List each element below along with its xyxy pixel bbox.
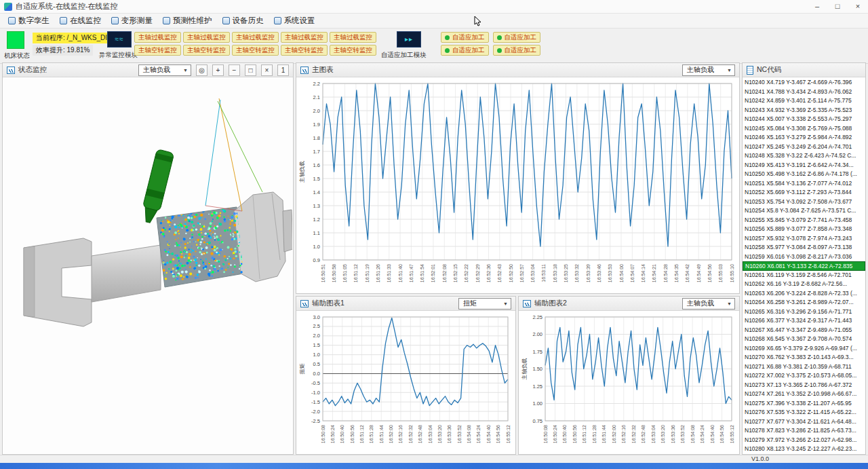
nc-code-line[interactable]: N10262 X6.16 Y-3.19 Z-8.682 A-72.56...	[743, 280, 865, 289]
idle-monitor-button[interactable]: 主轴空转监控	[134, 45, 181, 56]
menu-item-digital-twin[interactable]: 数字孪生	[5, 14, 57, 28]
reset-view-button[interactable]: ×	[261, 64, 273, 76]
nc-code-line[interactable]: N10265 X6.316 Y-3.296 Z-9.156 A-71.771	[743, 307, 865, 317]
overload-monitor-button[interactable]: 主轴过载监控	[183, 32, 230, 43]
nc-code-line[interactable]: N10259 X6.016 Y-3.098 Z-8.217 A-73.036	[743, 252, 865, 262]
nc-code-line[interactable]: N10247 X5.245 Y-3.249 Z-6.204 A-74.701	[743, 143, 865, 152]
adaptive-machining-button[interactable]: 自适应加工	[441, 45, 489, 56]
nc-code-line[interactable]: N10240 X4.719 Y-3.467 Z-4.669 A-76.396	[743, 78, 865, 88]
nc-code-line[interactable]: N10245 X5.084 Y-3.308 Z-5.769 A-75.088	[743, 124, 865, 134]
overload-monitor-button[interactable]: 主轴过载监控	[281, 32, 328, 43]
nc-code-line[interactable]: N10257 X5.932 Y-3.078 Z-7.974 A-73.243	[743, 234, 865, 244]
nc-code-line[interactable]: N10267 X6.447 Y-3.347 Z-9.489 A-71.055	[743, 326, 865, 335]
menu-label: 数字孪生	[18, 16, 50, 26]
aux-chart-2-metric-select[interactable]: 主轴负载 ▼	[682, 298, 735, 309]
svg-text:主轴负载: 主轴负载	[299, 161, 305, 183]
menu-label: 在线监控	[70, 16, 101, 26]
nc-code-line[interactable]: N10277 X7.677 Y-3.304 Z-11.621 A-64.48..…	[743, 417, 865, 427]
svg-text:1.9: 1.9	[313, 121, 320, 128]
nc-code-line[interactable]: N10273 X7.13 Y-3.365 Z-10.786 A-67.372	[743, 381, 865, 390]
svg-text:主轴负载: 主轴负载	[521, 358, 528, 381]
menu-item-deformation-measure[interactable]: 变形测量	[108, 14, 160, 28]
nc-code-line[interactable]: N10253 X5.754 Y-3.092 Z-7.508 A-73.677	[743, 198, 865, 207]
nc-code-line[interactable]: N10243 X4.932 Y-3.369 Z-5.335 A-75.523	[743, 106, 865, 115]
idle-monitor-button[interactable]: 主轴空转监控	[330, 45, 376, 56]
adaptive-machining-button[interactable]: 自适应加工	[493, 32, 541, 43]
fit-view-button[interactable]: □	[245, 64, 256, 76]
menu-item-device-history[interactable]: 设备历史	[220, 14, 271, 28]
nc-code-line[interactable]: N10244 X5.007 Y-3.338 Z-5.553 A-75.297	[743, 115, 865, 124]
main-chart-metric-select[interactable]: 主轴负载 ▼	[682, 64, 735, 76]
svg-text:16:52:57: 16:52:57	[519, 264, 524, 282]
main-chart-panel: 主图表 主轴负载 ▼ 16:50:5116:50:5816:51:0516:51…	[296, 62, 740, 294]
nc-code-line[interactable]: N10254 X5.8 Y-3.084 Z-7.625 A-73.571 C..…	[743, 206, 865, 216]
nc-code-line[interactable]: N10241 X4.788 Y-3.434 Z-4.893 A-76.062	[743, 88, 865, 97]
maximize-button[interactable]: □	[827, 0, 848, 13]
idle-monitor-button[interactable]: 主轴空转监控	[183, 45, 230, 56]
svg-text:2.0: 2.0	[313, 108, 320, 114]
nc-code-line[interactable]: N10242 X4.859 Y-3.401 Z-5.114 A-75.775	[743, 96, 865, 106]
overload-monitor-button[interactable]: 主轴过载监控	[232, 32, 279, 43]
nc-code-list[interactable]: N10240 X4.719 Y-3.467 Z-4.669 A-76.396N1…	[743, 78, 865, 454]
svg-text:16:52:36: 16:52:36	[486, 264, 491, 282]
adaptive-button-label: 自适应加工	[505, 46, 537, 55]
nc-code-line[interactable]: N10270 X6.762 Y-3.383 Z-10.143 A-69.3...	[743, 353, 865, 362]
rotate-view-button[interactable]: ◎	[196, 64, 208, 76]
svg-text:16:54:24: 16:54:24	[476, 425, 481, 443]
minimize-button[interactable]: –	[807, 0, 827, 13]
nc-code-line[interactable]: N10255 X5.845 Y-3.079 Z-7.741 A-73.458	[743, 216, 865, 225]
svg-text:16:53:25: 16:53:25	[564, 264, 568, 282]
aux-chart-1-metric-select[interactable]: 扭矩 ▼	[458, 298, 511, 309]
nc-code-line[interactable]: N10280 X8.123 Y-3.245 Z-12.227 A-62.23..…	[743, 445, 865, 454]
nc-code-line[interactable]: N10268 X6.545 Y-3.367 Z-9.708 A-70.574	[743, 335, 865, 344]
nc-code-line[interactable]: N10246 X5.163 Y-3.279 Z-5.984 A-74.892	[743, 133, 865, 143]
nc-code-line[interactable]: N10274 X7.261 Y-3.352 Z-10.998 A-66.67..…	[743, 390, 865, 399]
nc-code-line[interactable]: N10256 X5.889 Y-3.077 Z-7.858 A-73.348	[743, 225, 865, 234]
svg-text:16:50:08: 16:50:08	[321, 425, 326, 443]
nc-code-line[interactable]: N10272 X7.002 Y-3.375 Z-10.573 A-68.05..…	[743, 371, 865, 381]
nc-code-line[interactable]: N10263 X6.206 Y-3.224 Z-8.828 A-72.33 (.…	[743, 289, 865, 299]
green-status-dot	[497, 35, 502, 40]
nc-code-line[interactable]: N10261 X6.119 Y-3.159 Z-8.546 A-72.701	[743, 271, 865, 280]
nc-code-line[interactable]: N10278 X7.823 Y-3.286 Z-11.825 A-63.73..…	[743, 426, 865, 436]
window-controls: – □ ×	[807, 0, 868, 13]
svg-text:16:52:32: 16:52:32	[408, 425, 413, 443]
svg-text:16:54:00: 16:54:00	[619, 264, 624, 282]
nc-code-line[interactable]: N10251 X5.584 Y-3.136 Z-7.077 A-74.012	[743, 179, 865, 189]
nc-code-line[interactable]: N10271 X6.88 Y-3.381 Z-10.359 A-68.711	[743, 362, 865, 372]
svg-text:1.25: 1.25	[532, 383, 542, 390]
nc-code-line[interactable]: N10264 X6.258 Y-3.261 Z-8.989 A-72.07...	[743, 298, 865, 307]
idle-monitor-button[interactable]: 主轴空转监控	[232, 45, 279, 56]
machine-3d-viewport[interactable]	[3, 78, 292, 453]
adaptive-machining-button[interactable]: 自适应加工	[493, 45, 541, 56]
nc-code-line[interactable]: N10276 X7.535 Y-3.322 Z-11.415 A-65.22..…	[743, 408, 865, 417]
nc-code-line[interactable]: N10249 X5.413 Y-3.191 Z-6.642 A-74.34...	[743, 161, 865, 170]
menu-item-predictive-maintenance[interactable]: 预测性维护	[160, 14, 220, 28]
zoom-out-button[interactable]: −	[229, 64, 240, 76]
svg-text:2.5: 2.5	[313, 323, 320, 329]
nc-code-line[interactable]: N10252 X5.669 Y-3.112 Z-7.293 A-73.844	[743, 188, 865, 198]
idle-monitor-button[interactable]: 主轴空转监控	[281, 45, 328, 56]
panel-title: NC代码	[757, 65, 781, 75]
status-bar: V1.0.0	[0, 455, 868, 463]
overload-monitor-button[interactable]: 主轴过载监控	[134, 32, 181, 43]
close-button[interactable]: ×	[848, 0, 868, 13]
nc-code-line[interactable]: N10250 X5.498 Y-3.162 Z-6.86 A-74.178 (.…	[743, 170, 865, 179]
svg-text:16:51:44: 16:51:44	[601, 425, 606, 443]
nc-code-line[interactable]: N10279 X7.972 Y-3.266 Z-12.027 A-62.98..…	[743, 436, 865, 445]
adaptive-machining-button[interactable]: 自适应加工	[441, 32, 489, 43]
svg-text:16:54:56: 16:54:56	[707, 264, 712, 282]
nc-code-line[interactable]: N10275 X7.396 Y-3.338 Z-11.207 A-65.95	[743, 399, 865, 409]
zoom-in-button[interactable]: +	[212, 64, 224, 76]
menu-item-system-settings[interactable]: 系统设置	[271, 14, 323, 28]
nc-code-line[interactable]: N10248 X5.328 Y-3.22 Z-6.423 A-74.52 C..…	[743, 151, 865, 161]
nc-code-line[interactable]: N10260 X6.081 Y-3.133 Z-8.422 A-72.835	[743, 261, 865, 271]
menu-item-online-monitor[interactable]: 在线监控	[57, 14, 108, 28]
svg-text:16:51:54: 16:51:54	[420, 264, 425, 282]
nc-code-line[interactable]: N10258 X5.977 Y-3.084 Z-8.097 A-73.138	[743, 243, 865, 252]
nc-code-line[interactable]: N10269 X6.65 Y-3.379 Z-9.926 A-69.947 (.…	[743, 344, 865, 354]
view-metric-select[interactable]: 主轴负载 ▼	[138, 64, 191, 76]
overload-monitor-button[interactable]: 主轴过载监控	[330, 32, 376, 43]
svg-text:0.9: 0.9	[313, 257, 320, 263]
nc-code-line[interactable]: N10266 X6.377 Y-3.324 Z-9.317 A-71.443	[743, 316, 865, 326]
